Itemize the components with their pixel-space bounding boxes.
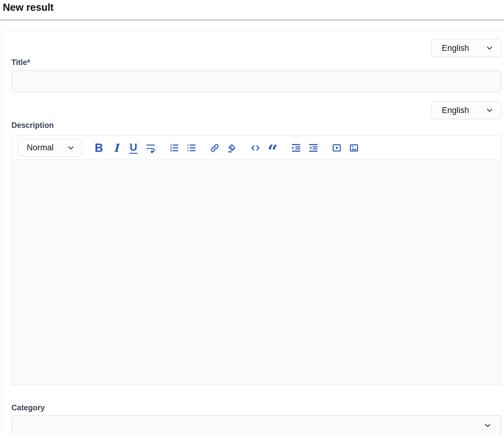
clean-format-button[interactable] [226, 142, 238, 154]
code-button[interactable] [250, 142, 261, 154]
underline-icon: U [129, 142, 138, 154]
editor-content-area[interactable] [12, 160, 501, 385]
toolbar-group: 123 [168, 142, 197, 154]
blockquote-icon: “ [267, 142, 278, 153]
toolbar-group [290, 142, 319, 154]
ordered-list-button[interactable]: 123 [168, 142, 180, 154]
bold-icon: B [95, 142, 103, 154]
editor-toolbar: Normal BIU123“ [12, 136, 501, 160]
chevron-down-icon [483, 421, 492, 430]
indent-decrease-icon [308, 143, 319, 153]
description-language-value: English [442, 106, 469, 115]
toolbar-group: BIU [93, 142, 156, 154]
title-language-select[interactable]: English [431, 39, 501, 57]
bold-button[interactable]: B [93, 142, 105, 154]
description-language-row: English [11, 101, 501, 119]
header-divider [0, 20, 504, 20]
ordered-list-icon: 123 [169, 143, 179, 153]
text-wrap-icon [145, 143, 156, 153]
bullet-list-icon [186, 143, 197, 153]
toolbar-group [331, 142, 360, 154]
title-input[interactable] [11, 71, 501, 92]
underline-button[interactable]: U [128, 142, 139, 154]
rich-text-editor: Normal BIU123“ [11, 136, 501, 385]
bullet-list-button[interactable] [185, 142, 197, 154]
description-label: Description [11, 120, 501, 130]
code-icon [250, 143, 261, 153]
italic-button[interactable]: I [110, 142, 122, 154]
title-language-value: English [442, 43, 469, 53]
paragraph-format-value: Normal [27, 143, 54, 152]
link-button[interactable] [209, 142, 221, 154]
link-icon [209, 143, 220, 153]
description-language-select[interactable]: English [431, 101, 501, 119]
indent-increase-icon [291, 143, 301, 153]
page-title: New result [0, 0, 504, 14]
image-button[interactable] [348, 142, 360, 154]
blockquote-button[interactable]: “ [267, 142, 278, 154]
indent-decrease-button[interactable] [307, 142, 319, 154]
toolbar-group: “ [250, 142, 278, 154]
video-button[interactable] [331, 142, 343, 154]
text-wrap-button[interactable] [145, 142, 156, 154]
video-icon [331, 143, 342, 153]
title-language-row: English [11, 39, 501, 57]
paragraph-format-select[interactable]: Normal [18, 139, 82, 157]
category-label: Category [11, 403, 501, 412]
title-label: Title* [11, 58, 501, 67]
new-result-form-card: English Title* English Description Norma… [2, 30, 504, 435]
chevron-down-icon [485, 106, 494, 115]
new-result-page: New result English Title* English Descri… [0, 0, 504, 435]
clean-format-icon [227, 143, 237, 153]
category-select[interactable] [11, 415, 501, 435]
image-icon [349, 143, 359, 153]
chevron-down-icon [485, 43, 494, 53]
svg-text:3: 3 [170, 149, 172, 153]
indent-increase-button[interactable] [290, 142, 302, 154]
italic-icon: I [114, 142, 119, 153]
chevron-down-icon [66, 143, 75, 152]
toolbar-group [209, 142, 238, 154]
toolbar-icon-groups: BIU123“ [93, 142, 360, 154]
